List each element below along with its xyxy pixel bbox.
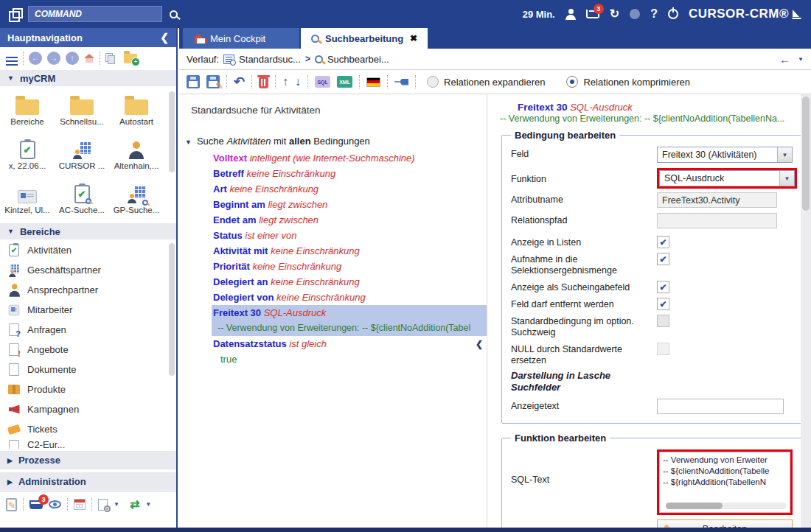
tree-condition[interactable]: Delegiert von keine Einschränkung [179,290,487,305]
sidebar-item-dokumente[interactable]: Dokumente [0,360,176,379]
tree-condition[interactable]: Delegiert an keine Einschränkung [179,274,487,290]
redo-icon[interactable]: ↻ [610,8,619,20]
home-icon[interactable] [84,54,94,63]
delete-icon[interactable] [259,77,268,88]
calendar-icon[interactable] [74,499,86,510]
tree-condition[interactable]: Betreff keine Einschränkung [179,166,487,181]
tree-condition-selected[interactable]: Freitext 30 SQL-Ausdruck -- Verwendung v… [212,305,487,336]
radio-on-icon[interactable] [566,76,578,88]
sidebar-item-produkte[interactable]: Produkte [0,379,176,399]
xml-export-icon[interactable]: XML [337,76,352,88]
dropdown-arrow-button[interactable]: ▼ [777,147,792,162]
mycrm-item[interactable]: Altenhain,... [109,136,164,180]
tree-condition[interactable]: Datensatzstatus ist gleich [179,336,487,351]
back-button[interactable]: ← [29,52,42,65]
mycrm-item[interactable]: CURSOR ... [55,136,109,180]
breadcrumb-item-suchbearbeitung[interactable]: Suchbearbei... [327,54,389,65]
user-icon[interactable] [565,9,576,20]
sidebar-item-geschaeftspartner[interactable]: Geschäftspartner [0,260,176,280]
inbox-icon[interactable]: 3 [586,10,599,18]
language-flag-icon[interactable] [366,77,380,87]
tree-condition[interactable]: Priorität keine Einschränkung [179,259,487,274]
save-as-icon[interactable]: ✎ [206,75,220,88]
section-prozesse[interactable]: ▶ Prozesse [0,450,176,470]
chevron-down-icon[interactable]: ▼ [114,501,119,508]
tree-condition[interactable]: Aktivität mit keine Einschränkung [179,243,487,259]
undo-icon[interactable]: ↶ [234,75,245,88]
tree-condition[interactable]: Endet am liegt zwischen [179,212,487,228]
tree-condition[interactable]: Status ist einer von [179,228,487,243]
mycrm-item[interactable]: Kintzel, Ul... [0,180,55,223]
sql-text-area[interactable]: -- Verwendung von Erweiter -- ${clientNo… [659,452,790,513]
mycrm-scrollbar[interactable] [169,91,175,172]
command-search-icon[interactable] [170,10,178,18]
inbox-icon[interactable]: 3 [29,500,43,509]
funktion-dropdown[interactable]: SQL-Ausdruck ▼ [659,170,795,186]
close-tab-icon[interactable]: ✖ [410,33,417,43]
radio-relationen-expandieren[interactable]: Relationen expandieren [427,76,545,88]
pin-icon[interactable] [394,79,408,85]
bearbeiten-button[interactable]: ✎ Bearbeiten [657,519,793,528]
bereiche-scrollbar[interactable] [169,243,175,376]
checkbox-anzeige-in-listen[interactable] [657,236,669,248]
forward-button[interactable]: → [47,52,60,65]
move-down-icon[interactable]: ↓ [295,76,301,88]
move-up-icon[interactable]: ↑ [282,76,288,88]
mycrm-item[interactable]: ✔x, 22.06... [0,136,55,180]
logout-icon[interactable] [668,9,678,19]
section-administration[interactable]: ▶ Administration [0,472,176,491]
watchlist-icon[interactable] [49,500,61,508]
history-back-icon[interactable]: ← [779,53,790,66]
sidebar-item-kampagnen[interactable]: Kampagnen [0,399,176,419]
sync-icon[interactable]: ⇄ [130,499,139,511]
detail-scrollbar[interactable] [801,94,811,528]
radio-relationen-komprimieren[interactable]: Relationen komprimieren [566,76,690,88]
up-button[interactable]: ↑ [66,52,79,65]
dropdown-arrow-button[interactable]: ▼ [779,171,794,186]
tree-root-node[interactable]: ▼Suche Aktivitäten mit allen Bedingungen [179,133,487,150]
section-bereiche[interactable]: ▼ Bereiche [0,223,176,240]
mycrm-item[interactable]: Schnellsu... [55,91,109,136]
document-settings-icon[interactable] [98,499,108,511]
checkbox-feld-entfernen[interactable] [657,298,669,310]
scrollbar-thumb[interactable] [666,503,723,509]
mycrm-item[interactable]: Bereiche [0,91,55,136]
chevron-down-icon[interactable]: ▼ [798,56,804,63]
menu-icon[interactable] [6,57,18,59]
sidebar-item-mitarbeiter[interactable]: Mitarbeiter [0,300,176,320]
help-icon[interactable]: ? [650,7,658,21]
sidebar-item-tickets[interactable]: Tickets [0,419,176,439]
sidebar-item-aktivitaeten[interactable]: ✔Aktivitäten [0,240,176,260]
breadcrumb-item-standardsuche[interactable]: Standardsuc... [239,54,301,65]
tree-condition[interactable]: Volltext intelligent (wie Internet-Suchm… [179,150,487,166]
add-folder-icon[interactable] [124,54,137,63]
tab-mein-cockpit[interactable]: Mein Cockpit [183,28,299,49]
feld-dropdown[interactable]: Freitext 30 (Aktivitäten) ▼ [657,147,793,163]
sidebar-collapse-icon[interactable]: ❮ [160,32,169,43]
checkbox-sucheingabefeld[interactable] [657,281,669,293]
tab-suchbearbeitung[interactable]: Suchbearbeitung ✖ [301,28,428,49]
scrollbar-thumb[interactable] [802,97,810,211]
sidebar-item-c2[interactable]: C2-Eur... [0,439,176,449]
tree-condition[interactable]: Beginnt am liegt zwischen [179,197,487,212]
tree-condition[interactable]: Art keine Einschränkung [179,181,487,197]
radio-off-icon[interactable] [427,76,439,88]
chevron-down-icon[interactable]: ▼ [185,139,192,146]
mycrm-item[interactable]: Autostart [109,91,164,136]
sidebar-item-angebote[interactable]: !Angebote [0,340,176,360]
command-input[interactable] [28,6,162,22]
mycrm-item[interactable]: ✔AC-Suche... [55,180,109,223]
section-mycrm[interactable]: ▼ myCRM [0,69,176,87]
copy-icon[interactable] [105,53,114,63]
sql-horizontal-scrollbar[interactable] [666,503,787,509]
sidebar-item-ansprechpartner[interactable]: Ansprechpartner [0,280,176,300]
checkbox-standardbedingung[interactable] [657,315,669,327]
notes-edit-icon[interactable] [6,498,17,511]
sql-export-icon[interactable]: SQL [315,76,330,88]
mycrm-item[interactable]: GP-Suche... [109,180,164,223]
pane-collapse-icon[interactable]: ❮ [476,339,483,349]
checkbox-aufnahme-selektion[interactable] [657,253,669,265]
chevron-down-icon[interactable]: ▼ [145,501,151,508]
save-icon[interactable] [187,75,200,88]
anzeigetext-input[interactable] [657,399,784,414]
